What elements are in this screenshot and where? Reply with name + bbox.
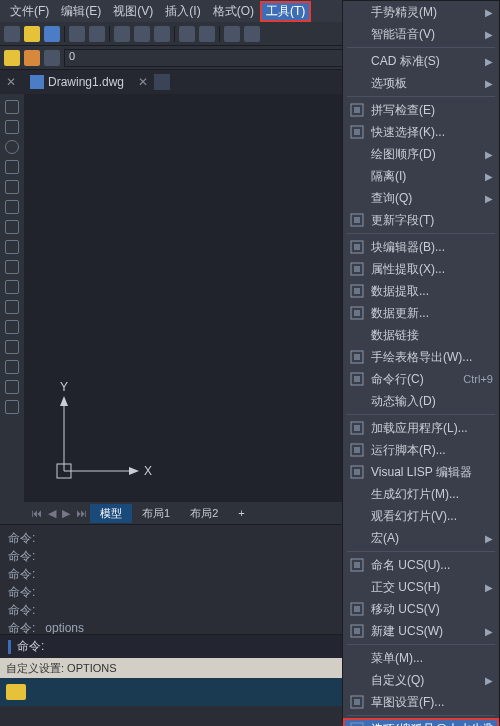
- menu-item[interactable]: 生成幻灯片(M)...: [343, 483, 499, 505]
- menu-item[interactable]: 块编辑器(B)...: [343, 236, 499, 258]
- open-icon[interactable]: [24, 26, 40, 42]
- nav-first-icon[interactable]: ⏮: [28, 507, 45, 519]
- menu-item-label: 菜单(M)...: [371, 650, 493, 667]
- tab-model[interactable]: 模型: [90, 504, 132, 523]
- menu-item-label: 新建 UCS(W): [371, 623, 485, 640]
- menu-item[interactable]: 选项(搜狐号@大水牛测绘: [343, 718, 499, 726]
- pan-icon[interactable]: [224, 26, 240, 42]
- tab-close-icon[interactable]: ✕: [138, 75, 148, 89]
- circle-icon[interactable]: [5, 140, 19, 154]
- menu-item[interactable]: 属性提取(X)...: [343, 258, 499, 280]
- dupd-icon: [349, 305, 365, 321]
- explorer-icon[interactable]: [6, 684, 26, 700]
- hatch-icon[interactable]: [5, 260, 19, 274]
- tab-close-icon[interactable]: ✕: [6, 75, 16, 89]
- menu-item[interactable]: 运行脚本(R)...: [343, 439, 499, 461]
- nav-prev-icon[interactable]: ◀: [45, 507, 59, 520]
- menu-item[interactable]: 选项板▶: [343, 72, 499, 94]
- cut-icon[interactable]: [114, 26, 130, 42]
- nav-next-icon[interactable]: ▶: [59, 507, 73, 520]
- menu-item[interactable]: 加载应用程序(L)...: [343, 417, 499, 439]
- menu-file[interactable]: 文件(F): [4, 1, 55, 22]
- menu-item[interactable]: 数据链接: [343, 324, 499, 346]
- menu-item[interactable]: 新建 UCS(W)▶: [343, 620, 499, 642]
- blank-icon: [349, 508, 365, 524]
- menu-item[interactable]: 更新字段(T): [343, 209, 499, 231]
- menu-item[interactable]: 草图设置(F)...: [343, 691, 499, 713]
- zoom-icon[interactable]: [244, 26, 260, 42]
- print-icon[interactable]: [69, 26, 85, 42]
- upd-icon: [349, 212, 365, 228]
- menu-item[interactable]: 移动 UCS(V): [343, 598, 499, 620]
- line-icon[interactable]: [5, 100, 19, 114]
- menu-item-label: 智能语音(V): [371, 26, 485, 43]
- copy-icon[interactable]: [134, 26, 150, 42]
- submenu-arrow-icon: ▶: [485, 533, 493, 544]
- redo-icon[interactable]: [199, 26, 215, 42]
- arc-icon[interactable]: [5, 160, 19, 174]
- preview-icon[interactable]: [89, 26, 105, 42]
- svg-rect-8: [354, 107, 360, 113]
- separator: [174, 26, 175, 42]
- svg-rect-30: [354, 469, 360, 475]
- menu-item[interactable]: 手绘表格导出(W)...: [343, 346, 499, 368]
- menu-item[interactable]: 命名 UCS(U)...: [343, 554, 499, 576]
- layer-icon[interactable]: [4, 50, 20, 66]
- menu-item[interactable]: 观看幻灯片(V)...: [343, 505, 499, 527]
- menu-item[interactable]: Visual LISP 编辑器: [343, 461, 499, 483]
- save-icon[interactable]: [44, 26, 60, 42]
- wipeout-icon[interactable]: [5, 400, 19, 414]
- ellipse-icon[interactable]: [5, 200, 19, 214]
- menu-item-label: 数据更新...: [371, 305, 493, 322]
- rect-icon[interactable]: [5, 180, 19, 194]
- menu-item[interactable]: 手势精灵(M)▶: [343, 1, 499, 23]
- table-icon[interactable]: [5, 340, 19, 354]
- add-layout-icon[interactable]: +: [228, 505, 254, 521]
- menu-view[interactable]: 视图(V): [107, 1, 159, 22]
- menu-item[interactable]: 宏(A)▶: [343, 527, 499, 549]
- file-tab[interactable]: Drawing1.dwg: [22, 75, 132, 89]
- menu-item[interactable]: 数据更新...: [343, 302, 499, 324]
- menu-item[interactable]: 数据提取...: [343, 280, 499, 302]
- svg-rect-38: [354, 699, 360, 705]
- menu-item[interactable]: 命令行(C)Ctrl+9: [343, 368, 499, 390]
- command-input[interactable]: 命令:: [17, 638, 44, 655]
- spline-icon[interactable]: [5, 240, 19, 254]
- tbl-icon: [349, 349, 365, 365]
- boundary-icon[interactable]: [5, 380, 19, 394]
- menu-item[interactable]: 正交 UCS(H)▶: [343, 576, 499, 598]
- sun-icon[interactable]: [24, 50, 40, 66]
- pline-icon[interactable]: [5, 120, 19, 134]
- new-icon[interactable]: [4, 26, 20, 42]
- menu-tools[interactable]: 工具(T): [260, 1, 311, 22]
- new-tab-icon[interactable]: [154, 74, 170, 90]
- submenu-arrow-icon: ▶: [485, 149, 493, 160]
- menu-item[interactable]: 菜单(M)...: [343, 647, 499, 669]
- lock-icon[interactable]: [44, 50, 60, 66]
- region-icon[interactable]: [5, 360, 19, 374]
- menu-item[interactable]: 快速选择(K)...: [343, 121, 499, 143]
- menu-insert[interactable]: 插入(I): [159, 1, 206, 22]
- menu-item[interactable]: 拼写检查(E): [343, 99, 499, 121]
- menu-format[interactable]: 格式(O): [207, 1, 260, 22]
- menu-item[interactable]: 动态输入(D): [343, 390, 499, 412]
- menu-item[interactable]: CAD 标准(S)▶: [343, 50, 499, 72]
- menu-item[interactable]: 自定义(Q)▶: [343, 669, 499, 691]
- tab-layout2[interactable]: 布局2: [180, 504, 228, 523]
- point-icon[interactable]: [5, 280, 19, 294]
- svg-marker-4: [129, 467, 139, 475]
- undo-icon[interactable]: [179, 26, 195, 42]
- blank-icon: [349, 190, 365, 206]
- block-icon[interactable]: [5, 300, 19, 314]
- menu-item[interactable]: 隔离(I)▶: [343, 165, 499, 187]
- nav-last-icon[interactable]: ⏭: [73, 507, 90, 519]
- menu-item[interactable]: 绘图顺序(D)▶: [343, 143, 499, 165]
- cloud-icon[interactable]: [5, 220, 19, 234]
- paste-icon[interactable]: [154, 26, 170, 42]
- menu-edit[interactable]: 编辑(E): [55, 1, 107, 22]
- tab-layout1[interactable]: 布局1: [132, 504, 180, 523]
- text-icon[interactable]: [5, 320, 19, 334]
- menu-item[interactable]: 智能语音(V)▶: [343, 23, 499, 45]
- ucs-indicator: Y X: [54, 391, 144, 484]
- menu-item[interactable]: 查询(Q)▶: [343, 187, 499, 209]
